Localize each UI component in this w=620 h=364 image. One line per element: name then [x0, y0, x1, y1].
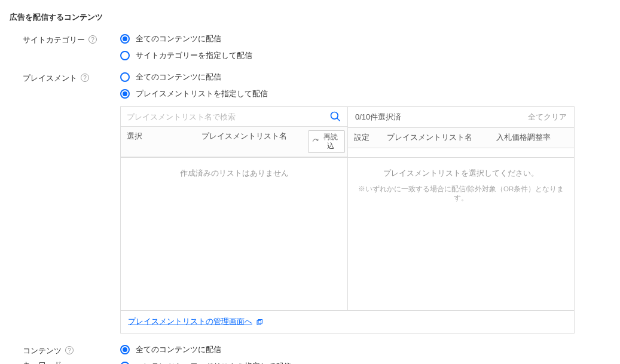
right-empty-text: プレイスメントリストを選択してください。	[355, 169, 567, 179]
placement-label-wrap: プレイスメント ?	[10, 72, 120, 84]
content-keyword-opt-all[interactable]: 全てのコンテンツに配信	[120, 344, 610, 355]
placement-left-header: 選択 プレイスメントリスト名 再読込	[121, 126, 347, 157]
section-title: 広告を配信するコンテンツ	[10, 12, 610, 23]
placement-mgmt-link[interactable]: プレイスメントリストの管理画面へ	[128, 317, 263, 327]
placement-panel-left-top: 選択 プレイスメントリスト名 再読込	[121, 107, 347, 157]
content-keyword-label2: キーワード	[23, 360, 62, 364]
radio-label: 全てのコンテンツに配信	[136, 72, 221, 82]
refresh-icon	[312, 138, 319, 145]
site-category-label-wrap: サイトカテゴリー ?	[10, 33, 120, 45]
radio-selected-icon	[120, 89, 130, 99]
right-note-text: ※いずれかに一致する場合に配信/除外対象（OR条件）となります。	[355, 185, 567, 203]
help-icon[interactable]: ?	[81, 74, 89, 82]
radio-label: 全てのコンテンツに配信	[136, 344, 221, 355]
placement-panel-footer: プレイスメントリストの管理画面へ	[121, 310, 574, 333]
hdr-bid-adjust: 入札価格調整率	[490, 128, 574, 148]
placement-label: プレイスメント	[23, 73, 77, 84]
svg-point-0	[331, 112, 338, 120]
placement-panel-right-top: 0/10件選択済 全てクリア 設定 プレイスメントリスト名 入札価格調整率	[347, 107, 574, 157]
hdr-select: 選択	[121, 127, 196, 157]
placement-panel-body: 作成済みのリストはありません プレイスメントリストを選択してください。 ※いずれ…	[121, 158, 574, 310]
placement-left-body: 作成済みのリストはありません	[121, 158, 347, 310]
radio-label: コンテンツキーワードリストを指定して配信	[136, 361, 291, 364]
site-category-opt-all[interactable]: 全てのコンテンツに配信	[120, 33, 610, 44]
hdr-reload: 再読込	[306, 127, 347, 157]
field-placement: プレイスメント ? 全てのコンテンツに配信 プレイスメントリストを指定して配信 …	[10, 72, 610, 334]
left-empty-text: 作成済みのリストはありません	[128, 169, 340, 179]
radio-unselected-icon	[120, 51, 130, 60]
content-keyword-label1: コンテンツ	[23, 345, 62, 356]
site-category-body: 全てのコンテンツに配信 サイトカテゴリーを指定して配信	[120, 33, 610, 61]
reload-label: 再読込	[320, 133, 341, 151]
hdr-list-name-r: プレイスメントリスト名	[381, 128, 490, 148]
placement-body: 全てのコンテンツに配信 プレイスメントリストを指定して配信 選択 プレイスメント…	[120, 72, 610, 334]
mgmt-link-label: プレイスメントリストの管理画面へ	[128, 317, 252, 327]
site-category-label: サイトカテゴリー	[23, 35, 85, 45]
placement-selected-bar: 0/10件選択済 全てクリア	[348, 107, 574, 127]
radio-label: サイトカテゴリーを指定して配信	[136, 50, 252, 61]
radio-label: 全てのコンテンツに配信	[136, 33, 221, 44]
reload-button[interactable]: 再読込	[308, 130, 345, 153]
external-link-icon	[256, 319, 263, 326]
selected-count: 0/10件選択済	[355, 112, 401, 123]
placement-right-header: 設定 プレイスメントリスト名 入札価格調整率	[348, 127, 574, 148]
content-keyword-label-wrap: コンテンツ ? キーワード	[10, 344, 120, 364]
svg-rect-2	[257, 320, 261, 325]
content-keyword-opt-specify[interactable]: コンテンツキーワードリストを指定して配信	[120, 361, 610, 364]
svg-rect-3	[258, 319, 262, 323]
radio-unselected-icon	[120, 72, 130, 82]
field-site-category: サイトカテゴリー ? 全てのコンテンツに配信 サイトカテゴリーを指定して配信	[10, 33, 610, 61]
clear-all-button[interactable]: 全てクリア	[528, 112, 567, 123]
placement-panel-top: 選択 プレイスメントリスト名 再読込 0/10件選択済 全てクリア	[121, 107, 574, 158]
help-icon[interactable]: ?	[88, 35, 97, 44]
placement-opt-specify[interactable]: プレイスメントリストを指定して配信	[120, 88, 610, 99]
radio-selected-icon	[120, 345, 130, 354]
site-category-opt-specify[interactable]: サイトカテゴリーを指定して配信	[120, 50, 610, 61]
placement-search-input[interactable]	[127, 112, 329, 121]
field-content-keyword: コンテンツ ? キーワード 全てのコンテンツに配信 コンテンツキーワードリストを…	[10, 344, 610, 364]
radio-selected-icon	[120, 34, 130, 44]
help-icon[interactable]: ?	[65, 346, 74, 354]
radio-unselected-icon	[120, 362, 130, 364]
hdr-set: 設定	[348, 128, 381, 148]
placement-right-body: プレイスメントリストを選択してください。 ※いずれかに一致する場合に配信/除外対…	[347, 158, 574, 310]
radio-label: プレイスメントリストを指定して配信	[136, 88, 268, 99]
placement-search-bar	[121, 107, 347, 126]
svg-line-1	[337, 118, 340, 121]
content-keyword-body: 全てのコンテンツに配信 コンテンツキーワードリストを指定して配信	[120, 344, 610, 364]
hdr-list-name: プレイスメントリスト名	[196, 127, 306, 157]
placement-opt-all[interactable]: 全てのコンテンツに配信	[120, 72, 610, 82]
search-icon[interactable]	[329, 111, 341, 123]
placement-panel: 選択 プレイスメントリスト名 再読込 0/10件選択済 全てクリア	[120, 106, 575, 334]
